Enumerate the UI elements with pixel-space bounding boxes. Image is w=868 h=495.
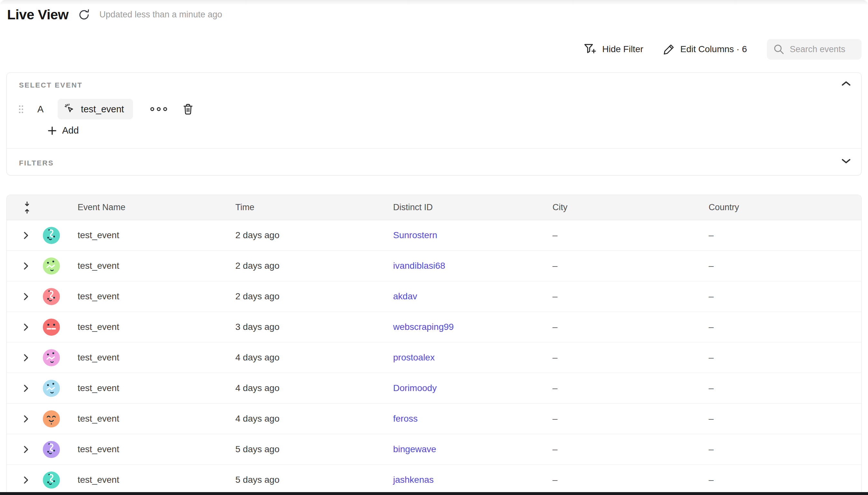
- distinct-id-link[interactable]: Dorimoody: [393, 383, 437, 393]
- expand-row-button[interactable]: [23, 354, 28, 362]
- event-clause-row: A test_event: [18, 99, 193, 120]
- table-body: test_event 2 days ago Sunrostern – – tes…: [7, 220, 861, 495]
- collapse-select-event-button[interactable]: [841, 81, 851, 86]
- expand-row-button[interactable]: [23, 476, 28, 484]
- section-divider: [7, 148, 861, 149]
- column-header-event-name[interactable]: Event Name: [78, 202, 235, 212]
- distinct-id-link[interactable]: bingewave: [393, 444, 436, 454]
- table-row[interactable]: test_event 5 days ago bingewave – –: [7, 434, 861, 465]
- time-cell: 5 days ago: [235, 444, 393, 455]
- column-header-city[interactable]: City: [552, 202, 709, 212]
- add-event-button[interactable]: Add: [47, 125, 79, 136]
- window-top-gradient: [0, 0, 868, 5]
- country-cell: –: [709, 444, 861, 455]
- refresh-icon: [78, 8, 90, 21]
- query-builder-card: SELECT EVENT A test_event: [6, 72, 862, 175]
- select-event-label: SELECT EVENT: [19, 81, 82, 89]
- table-row[interactable]: test_event 5 days ago jashkenas – –: [7, 465, 861, 495]
- table-row[interactable]: test_event 2 days ago akdav – –: [7, 281, 861, 312]
- pencil-icon: [663, 44, 675, 55]
- search-box[interactable]: [767, 39, 862, 59]
- column-header-time[interactable]: Time: [235, 202, 393, 212]
- event-selector-chip[interactable]: test_event: [58, 99, 133, 119]
- distinct-id-link[interactable]: jashkenas: [393, 475, 434, 485]
- table-row[interactable]: test_event 4 days ago Dorimoody – –: [7, 373, 861, 404]
- time-cell: 2 days ago: [235, 291, 393, 302]
- table-row[interactable]: test_event 4 days ago feross – –: [7, 404, 861, 434]
- avatar-face: [43, 349, 60, 366]
- expand-row-button[interactable]: [23, 262, 28, 270]
- collapse-all-rows-button[interactable]: [23, 201, 31, 214]
- add-button-label: Add: [62, 125, 79, 136]
- expand-row-button[interactable]: [23, 323, 28, 331]
- city-cell: –: [552, 291, 709, 302]
- table-row[interactable]: test_event 2 days ago ivandiblasi68 – –: [7, 251, 861, 281]
- event-name-cell: test_event: [78, 230, 235, 240]
- distinct-id-link[interactable]: prostoalex: [393, 353, 435, 362]
- edit-columns-label: Edit Columns · 6: [680, 44, 747, 54]
- ellipsis-icon: [150, 107, 154, 111]
- hide-filter-button[interactable]: Hide Filter: [584, 43, 643, 55]
- chevron-right-icon: [23, 323, 28, 331]
- chevron-right-icon: [23, 262, 28, 270]
- distinct-id-link[interactable]: Sunrostern: [393, 230, 437, 240]
- expand-row-button[interactable]: [23, 415, 28, 423]
- expand-row-button[interactable]: [23, 384, 28, 392]
- event-chip-label: test_event: [81, 104, 124, 115]
- avatar-face: [43, 380, 60, 397]
- table-row[interactable]: test_event 3 days ago webscraping99 – –: [7, 312, 861, 342]
- event-name-cell: test_event: [78, 475, 235, 485]
- avatar: [43, 288, 60, 305]
- table-row[interactable]: test_event 4 days ago prostoalex – –: [7, 342, 861, 373]
- avatar-face: [43, 227, 60, 244]
- avatar: [43, 257, 60, 275]
- chevron-right-icon: [23, 384, 28, 392]
- avatar-face: [43, 441, 60, 458]
- city-cell: –: [552, 261, 709, 271]
- event-name-cell: test_event: [78, 383, 235, 393]
- expand-row-button[interactable]: [23, 293, 28, 301]
- column-header-distinct-id[interactable]: Distinct ID: [393, 202, 552, 212]
- collapse-rows-icon: [23, 201, 31, 214]
- drag-handle[interactable]: [18, 105, 24, 114]
- page-header: Live View Updated less than a minute ago: [7, 8, 222, 21]
- distinct-id-link[interactable]: feross: [393, 413, 418, 424]
- country-cell: –: [709, 475, 861, 485]
- expand-row-button[interactable]: [23, 445, 28, 454]
- chevron-right-icon: [23, 415, 28, 423]
- search-input[interactable]: [789, 44, 855, 55]
- avatar-face: [43, 472, 60, 489]
- country-cell: –: [709, 230, 861, 240]
- refresh-button[interactable]: [78, 8, 90, 21]
- delete-event-button[interactable]: [183, 103, 193, 115]
- table-row[interactable]: test_event 2 days ago Sunrostern – –: [7, 220, 861, 251]
- plus-icon: [47, 126, 57, 136]
- avatar: [43, 441, 60, 458]
- distinct-id-link[interactable]: webscraping99: [393, 322, 454, 332]
- expand-row-button[interactable]: [23, 232, 28, 239]
- avatar: [43, 349, 60, 366]
- expand-filters-button[interactable]: [841, 158, 851, 164]
- avatar-face: [43, 257, 60, 275]
- avatar-face: [43, 410, 60, 427]
- column-header-country[interactable]: Country: [709, 202, 861, 212]
- chevron-right-icon: [23, 293, 28, 301]
- filter-plus-icon: [584, 43, 597, 55]
- avatar: [43, 472, 60, 489]
- city-cell: –: [552, 413, 709, 424]
- filters-label: FILTERS: [19, 159, 54, 167]
- cursor-click-icon: [64, 103, 76, 115]
- avatar: [43, 380, 60, 397]
- chevron-up-icon: [841, 81, 851, 86]
- distinct-id-link[interactable]: akdav: [393, 291, 417, 301]
- distinct-id-link[interactable]: ivandiblasi68: [393, 261, 445, 271]
- edit-columns-button[interactable]: Edit Columns · 6: [663, 44, 747, 55]
- avatar: [43, 410, 60, 427]
- city-cell: –: [552, 475, 709, 485]
- country-cell: –: [709, 413, 861, 424]
- city-cell: –: [552, 444, 709, 455]
- country-cell: –: [709, 383, 861, 393]
- event-options-button[interactable]: [149, 105, 169, 113]
- updated-status-text: Updated less than a minute ago: [100, 10, 222, 20]
- bottom-edge-strip: [0, 492, 868, 495]
